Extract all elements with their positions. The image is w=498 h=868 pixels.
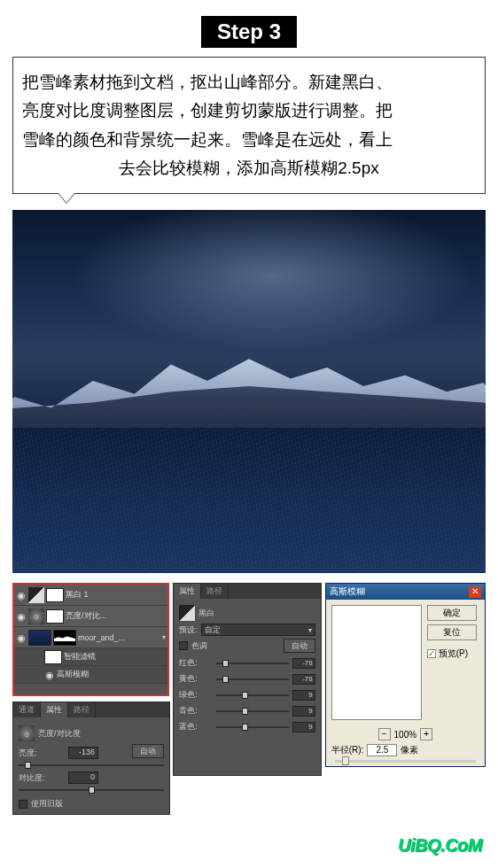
bc-adjust-icon: ☼ <box>28 608 44 624</box>
gaussian-blur-dialog: 高斯模糊 ✕ 确定 复位 ✓ 预览(P) − 100% + 半径(R): 2.5… <box>325 583 486 767</box>
radius-input[interactable]: 2.5 <box>367 744 397 756</box>
dialog-titlebar[interactable]: 高斯模糊 ✕ <box>326 584 485 600</box>
layer-name: moor_and_... <box>78 633 160 642</box>
slider-track[interactable] <box>216 678 288 680</box>
slider-value[interactable]: 9 <box>292 706 315 717</box>
preview-checkbox[interactable]: ✓ <box>427 649 436 658</box>
instruction-line: 雪峰的颜色和背景统一起来。雪峰是在远处，看上 <box>22 126 476 154</box>
slider-value[interactable]: 9 <box>292 722 315 732</box>
tint-label: 色调 <box>191 640 207 652</box>
filter-mask-thumb <box>44 650 62 664</box>
zoom-value: 100% <box>394 730 417 740</box>
auto-button[interactable]: 自动 <box>132 744 164 758</box>
slider-label: 蓝色: <box>179 721 213 732</box>
layers-panel: ◉ 黑白 1 ◉ ☼ 亮度/对比... ◉ moor_and_... ▾ 智能滤… <box>12 583 169 696</box>
slider-knob[interactable] <box>342 756 349 765</box>
callout-arrow-icon <box>58 193 75 204</box>
brightness-slider[interactable] <box>19 764 164 766</box>
bc-adjust-icon: ☼ <box>19 725 35 741</box>
radius-unit: 像素 <box>401 744 418 756</box>
step-badge: Step 3 <box>201 16 297 48</box>
zoom-out-button[interactable]: − <box>378 728 391 740</box>
watermark: UiBQ.CoM <box>398 835 482 856</box>
slider-red[interactable]: 红色: -78 <box>179 657 315 669</box>
tab-paths[interactable]: 路径 <box>201 584 229 599</box>
brightness-row: 亮度: -136 <box>19 747 132 759</box>
zoom-in-button[interactable]: + <box>420 728 432 740</box>
mask-thumb <box>46 609 64 624</box>
contrast-slider[interactable] <box>19 789 164 791</box>
tab-paths[interactable]: 路径 <box>68 702 96 717</box>
radius-label: 半径(R): <box>331 744 364 756</box>
bw-adjust-icon <box>28 587 44 603</box>
slider-track[interactable] <box>216 710 288 712</box>
mask-thumb <box>46 588 64 602</box>
panel-tabs: 属性 路径 <box>174 584 320 599</box>
instruction-line: 把雪峰素材拖到文档，抠出山峰部分。新建黑白、 <box>22 68 476 97</box>
brightness-label: 亮度: <box>19 748 63 759</box>
slider-label: 红色: <box>179 657 213 669</box>
contrast-row: 对比度: 0 <box>19 771 164 784</box>
slider-track[interactable] <box>216 726 288 728</box>
slider-label: 黄色: <box>179 673 213 685</box>
mask-thumb <box>53 630 76 646</box>
slider-value[interactable]: -78 <box>292 674 315 685</box>
ok-button[interactable]: 确定 <box>427 605 477 621</box>
tab-properties[interactable]: 属性 <box>174 584 201 599</box>
preset-label: 预设: <box>179 624 198 636</box>
dialog-title: 高斯模糊 <box>330 585 365 598</box>
slider-yellow[interactable]: 黄色: -78 <box>179 673 315 685</box>
tab-channels[interactable]: 通道 <box>13 702 41 717</box>
layer-name: 智能滤镜 <box>64 651 166 663</box>
expand-icon[interactable]: ▾ <box>162 633 166 641</box>
slider-value[interactable]: -78 <box>292 658 315 669</box>
panel-title: 黑白 <box>198 608 214 619</box>
reset-button[interactable]: 复位 <box>427 624 477 640</box>
tab-properties[interactable]: 属性 <box>41 702 68 717</box>
slider-label: 绿色: <box>179 689 213 701</box>
tint-checkbox[interactable] <box>179 641 188 650</box>
layer-name: 黑白 1 <box>66 589 166 601</box>
visibility-icon[interactable]: ◉ <box>16 611 27 622</box>
legacy-checkbox[interactable] <box>19 800 27 809</box>
layer-name: 高斯模糊 <box>57 669 166 680</box>
dialog-preview <box>331 605 422 720</box>
slider-track[interactable] <box>216 694 288 696</box>
layer-row-smartfilters[interactable]: 智能滤镜 <box>14 648 167 666</box>
radius-slider[interactable] <box>335 760 476 763</box>
close-icon[interactable]: ✕ <box>469 586 481 598</box>
chevron-down-icon: ▾ <box>308 626 312 634</box>
layer-name: 亮度/对比... <box>66 610 166 622</box>
layer-row-moor[interactable]: ◉ moor_and_... ▾ <box>14 627 167 648</box>
auto-button[interactable]: 自动 <box>284 639 315 653</box>
preset-select[interactable]: 自定 ▾ <box>201 624 315 636</box>
layer-thumb <box>28 630 51 646</box>
slider-label: 青色: <box>179 705 213 717</box>
slider-value[interactable]: 9 <box>292 690 315 701</box>
slider-track[interactable] <box>216 663 288 664</box>
instruction-box: 把雪峰素材拖到文档，抠出山峰部分。新建黑白、 亮度对比度调整图层，创建剪切蒙版进… <box>12 57 486 194</box>
instruction-line: 亮度对比度调整图层，创建剪切蒙版进行调整。把 <box>22 97 476 125</box>
result-image: UiBQ.CoM <box>12 210 486 573</box>
preset-value: 自定 <box>205 624 221 636</box>
slider-cyan[interactable]: 青色: 9 <box>179 705 315 717</box>
bw-adjust-icon <box>179 605 195 621</box>
visibility-icon[interactable]: ◉ <box>16 590 27 601</box>
preview-label: 预览(P) <box>439 647 468 660</box>
properties-panel-bc: 通道 属性 路径 ☼ 亮度/对比度 自动 亮度: -136 对比度: 0 使用旧… <box>12 701 170 815</box>
properties-panel-bw: 属性 路径 黑白 预设: 自定 ▾ 色调 自动 红色: <box>173 583 321 776</box>
panel-title: 亮度/对比度 <box>38 728 81 740</box>
layer-row-bw[interactable]: ◉ 黑白 1 <box>14 585 167 606</box>
slider-blue[interactable]: 蓝色: 9 <box>179 721 315 732</box>
visibility-icon[interactable]: ◉ <box>44 670 55 680</box>
layer-row-gauss[interactable]: ◉ 高斯模糊 <box>14 666 167 684</box>
contrast-label: 对比度: <box>19 772 63 784</box>
ground-shape <box>12 428 486 573</box>
layer-row-bc[interactable]: ◉ ☼ 亮度/对比... <box>14 606 167 627</box>
instruction-line: 去会比较模糊，添加高斯模糊2.5px <box>22 154 476 182</box>
brightness-value[interactable]: -136 <box>68 747 98 759</box>
slider-green[interactable]: 绿色: 9 <box>179 689 315 701</box>
legacy-label: 使用旧版 <box>31 798 63 810</box>
contrast-value[interactable]: 0 <box>68 771 98 784</box>
visibility-icon[interactable]: ◉ <box>16 632 27 643</box>
